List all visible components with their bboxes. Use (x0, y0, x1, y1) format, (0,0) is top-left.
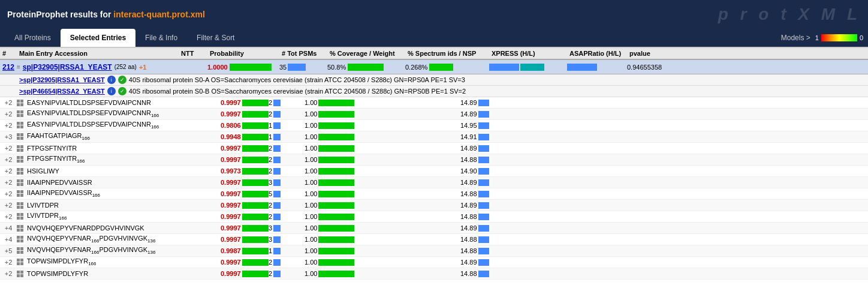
pep-cov-cell: 1.00 (305, 224, 382, 232)
pep-cov-bar (318, 111, 354, 118)
pep-xpress-bar (478, 259, 489, 266)
ntt-icon (17, 259, 23, 265)
peptide-rows: +2 EASYNIPVIALTDLDSPSEFVDVAIPCNNR 0.9997… (0, 97, 868, 280)
col-ntt: NTT (179, 49, 207, 58)
entry-probability-value: 1.0000 (207, 64, 228, 71)
ntt-icon (17, 190, 23, 197)
protein1-info-icon[interactable]: i (107, 76, 116, 84)
tab-selected-entries[interactable]: Selected Entries (61, 29, 135, 47)
pep-prob-value: 0.9948 (221, 133, 241, 140)
pep-psms-cell: 1 (269, 247, 305, 254)
pep-psms-value: 2 (269, 202, 272, 209)
pep-cov-cell: 1.00 (305, 236, 382, 243)
pep-psms-cell: 2 (269, 202, 305, 209)
pep-psms-cell: 2 (269, 259, 305, 266)
peptide-row: +2 FTPGSFTNYITR166 0.9997 2 1.00 14.88 (0, 154, 868, 166)
ntt-icon (17, 225, 23, 232)
pep-prob-bar (242, 191, 269, 197)
pep-prob-cell: 0.9997 (221, 259, 269, 266)
pep-sequence: NVQVHQEPYVFNAR166PDGVHVINVGK136 (17, 235, 221, 244)
pep-xpress-bar (478, 179, 489, 186)
pep-prob-bar (242, 259, 269, 266)
pep-charge: +2 (0, 99, 17, 106)
pep-prob-value: 0.9997 (221, 190, 241, 197)
pep-psms-bar (273, 179, 281, 186)
pep-psms-bar (273, 202, 281, 209)
pep-charge: +2 (0, 213, 17, 220)
pep-xpress-cell: 14.88 (460, 156, 520, 163)
models-button[interactable]: Models > (781, 34, 810, 42)
pep-charge: +2 (0, 202, 17, 209)
ntt-icon (17, 110, 23, 117)
pep-xpress-value: 14.89 (460, 224, 477, 232)
pep-sequence: LVIVTDPR (17, 202, 221, 209)
pep-prob-cell: 0.9997 (221, 224, 269, 232)
pep-psms-bar (273, 157, 281, 163)
pep-cov-cell: 1.00 (305, 247, 382, 254)
peptide-row: +2 EASYNIPVIALTDLDSPSEFVDVAIPCNNR166 0.9… (0, 109, 868, 120)
protein1-accession[interactable]: >sp|P32905|RSSA1_YEAST (19, 76, 105, 83)
entry-number[interactable]: 212 (0, 63, 17, 71)
pep-cov-bar (318, 157, 354, 163)
pep-charge: +2 (0, 145, 17, 152)
peptide-row: +2 LVIVTDPR 0.9997 2 1.00 14.89 (0, 200, 868, 211)
pep-xpress-cell: 14.88 (460, 190, 520, 197)
entry-weight-cell: 0.268% (405, 64, 489, 71)
pep-prob-cell: 0.9997 (221, 213, 269, 220)
pep-psms-cell: 3 (269, 224, 305, 232)
ntt-icon (17, 271, 23, 277)
tab-filter-sort[interactable]: Filter & Sort (187, 29, 244, 47)
tab-file-info[interactable]: File & Info (135, 29, 187, 47)
col-hash: # (0, 49, 17, 58)
pep-prob-cell: 0.9997 (221, 99, 269, 106)
pep-psms-bar (273, 100, 281, 106)
pep-prob-bar (242, 248, 269, 254)
col-probability: Probability (207, 49, 279, 58)
pep-cov-bar (318, 225, 354, 232)
col-asap: ASAPRatio (H/L) (567, 49, 627, 58)
pep-xpress-cell: 14.95 (460, 122, 520, 129)
tab-all-proteins[interactable]: All Proteins (5, 29, 61, 47)
pep-xpress-cell: 14.89 (460, 179, 520, 186)
pep-cov-cell: 1.00 (305, 270, 382, 277)
peptide-row: +2 IIAAIPNPEDVVAISSR 0.9997 3 1.00 14.89 (0, 177, 868, 188)
pep-xpress-value: 14.88 (460, 247, 477, 254)
pep-xpress-cell: 14.88 (460, 213, 520, 220)
pep-cov-bar (318, 179, 354, 186)
peptide-row: +2 TOPWSIMPDLYFYR 0.9997 2 1.00 14.88 (0, 268, 868, 280)
pep-cov-val: 1.00 (305, 259, 317, 266)
entry-accession-link[interactable]: sp|P32905|RSSA1_YEAST (23, 63, 112, 71)
pep-xpress-value: 14.89 (460, 110, 477, 118)
pep-prob-bar (242, 179, 269, 186)
protein2-desc: 40S ribosomal protein S0-B OS=Saccharomy… (129, 88, 466, 95)
pep-cov-cell: 1.00 (305, 259, 382, 266)
pep-cov-cell: 1.00 (305, 145, 382, 152)
table-header: # Main Entry Accession NTT Probability #… (0, 48, 868, 60)
pep-prob-value: 0.9997 (221, 259, 241, 266)
entry-pvalue-cell: 0.94655358 (627, 64, 675, 71)
peptide-row: +2 LVIVTDPR166 0.9997 2 1.00 14.88 (0, 211, 868, 223)
pep-xpress-value: 14.90 (460, 167, 477, 175)
pep-prob-cell: 0.9997 (221, 156, 269, 163)
pep-cov-bar (318, 168, 354, 175)
color-bar-left: 1 (815, 34, 819, 41)
xpress-bar-left (489, 64, 519, 71)
pep-prob-cell: 0.9997 (221, 145, 269, 152)
pep-charge: +2 (0, 190, 17, 197)
title-link[interactable]: interact-quant.prot.xml (113, 10, 204, 19)
pep-prob-bar (242, 225, 269, 232)
pep-prob-cell: 0.9997 (221, 179, 269, 186)
protxml-logo: p r o t X M L (718, 5, 861, 24)
pep-cov-val: 1.00 (305, 247, 317, 254)
pep-cov-val: 1.00 (305, 145, 317, 152)
protein1-status-icon: ✓ (118, 76, 126, 84)
pep-charge: +2 (0, 110, 17, 118)
pep-prob-cell: 0.9997 (221, 236, 269, 243)
protein2-info-icon[interactable]: i (107, 87, 116, 95)
peptide-row: +4 NVQVHQEPYVFNAR166PDGVHVINVGK136 0.999… (0, 234, 868, 245)
pep-psms-value: 1 (269, 133, 272, 140)
ntt-icon (17, 202, 23, 209)
pep-cov-cell: 1.00 (305, 190, 382, 197)
protein2-accession[interactable]: >sp|P46654|RSSA2_YEAST (19, 88, 105, 95)
main-entry-row: 212 ≡ sp|P32905|RSSA1_YEAST (252 aa) +1 … (0, 60, 868, 74)
